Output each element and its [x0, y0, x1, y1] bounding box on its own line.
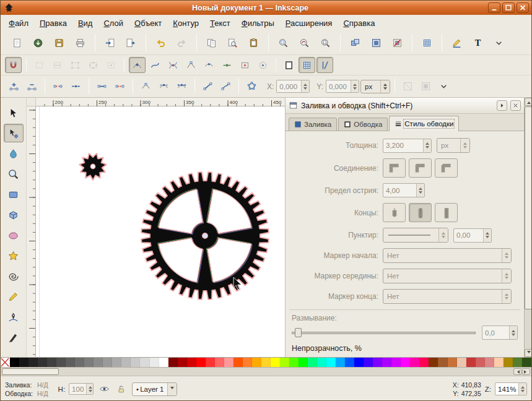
node-toolbar-expander[interactable]	[435, 79, 452, 95]
palette-swatch[interactable]	[504, 358, 513, 367]
palette-swatch[interactable]	[140, 358, 149, 367]
cap-round-button[interactable]	[409, 203, 432, 222]
palette-swatch[interactable]	[326, 358, 336, 367]
menu-object[interactable]: Объект	[129, 16, 167, 30]
open-document[interactable]	[28, 33, 48, 52]
marker-start-combo[interactable]: Нет	[383, 248, 512, 263]
menu-filters[interactable]: Фильтры	[236, 16, 280, 30]
snap-object-centers[interactable]	[237, 57, 253, 73]
palette-swatch[interactable]	[38, 358, 47, 367]
blur-spinner[interactable]	[509, 326, 517, 339]
paste[interactable]	[244, 33, 263, 52]
canvas[interactable]	[36, 106, 285, 357]
palette-swatch[interactable]	[243, 358, 252, 367]
miter-limit-entry[interactable]: 4,00	[383, 183, 425, 197]
pencil-tool[interactable]	[4, 287, 24, 306]
horizontal-scrollbar-thumb[interactable]	[2, 368, 59, 375]
palette-swatch[interactable]	[252, 358, 261, 367]
canvas-vertical-scrollbar[interactable]	[524, 98, 532, 357]
edit-clipping-path[interactable]	[399, 79, 416, 95]
palette-swatch[interactable]	[56, 358, 66, 367]
palette-swatch[interactable]	[261, 358, 271, 367]
palette-swatch[interactable]	[419, 358, 429, 367]
node-tool[interactable]	[4, 124, 24, 142]
palette-swatch[interactable]	[448, 358, 457, 367]
join-path[interactable]	[68, 79, 84, 95]
cap-butt-button[interactable]	[383, 203, 406, 222]
palette-swatch[interactable]	[215, 358, 224, 367]
palette-swatch[interactable]	[150, 358, 159, 367]
palette-swatch[interactable]	[308, 358, 317, 367]
tweak-tool[interactable]	[4, 144, 24, 163]
make-node-symmetric[interactable]	[173, 79, 190, 95]
palette-swatch[interactable]	[317, 358, 326, 367]
minimize-button[interactable]	[488, 2, 500, 13]
save-document[interactable]	[50, 33, 69, 52]
zoom-spinner[interactable]	[518, 383, 526, 395]
make-node-corner[interactable]	[137, 79, 154, 95]
tab-stroke-style[interactable]: Стиль обводки	[389, 116, 459, 131]
blur-slider-track[interactable]	[292, 332, 476, 334]
duplicate[interactable]	[346, 33, 365, 52]
delete-node[interactable]	[24, 79, 40, 95]
enable-snapping[interactable]	[5, 57, 22, 73]
palette-swatch[interactable]	[112, 358, 121, 367]
redo[interactable]	[172, 33, 191, 52]
dash-offset-spinner[interactable]	[483, 229, 491, 242]
copy[interactable]	[202, 33, 221, 52]
stroke-width-spinner[interactable]	[423, 139, 431, 152]
undo[interactable]	[151, 33, 170, 52]
snap-bbox-corners[interactable]	[67, 57, 84, 73]
palette-swatch[interactable]	[280, 358, 289, 367]
cap-square-button[interactable]	[435, 203, 458, 222]
palette-swatch[interactable]	[494, 358, 504, 367]
pen-tool[interactable]	[4, 308, 24, 326]
palette-swatch[interactable]	[485, 358, 494, 367]
break-path[interactable]	[50, 79, 66, 95]
dialog-shade-button[interactable]	[497, 100, 507, 111]
palette-swatch[interactable]	[476, 358, 485, 367]
dash-pattern-combo[interactable]	[383, 228, 448, 243]
menu-edit[interactable]: Правка	[34, 16, 72, 30]
tab-fill[interactable]: Заливка	[289, 118, 337, 131]
snap-page-border[interactable]	[281, 57, 297, 73]
palette-swatch[interactable]	[121, 358, 131, 367]
object-to-path[interactable]	[243, 79, 260, 95]
palette-swatch[interactable]	[187, 358, 196, 367]
palette-swatch[interactable]	[438, 358, 447, 367]
small-gear[interactable]	[79, 153, 107, 180]
menu-help[interactable]: Справка	[338, 16, 380, 30]
palette-swatch[interactable]	[178, 358, 187, 367]
make-node-smooth[interactable]	[155, 79, 172, 95]
spiral-tool[interactable]	[4, 267, 24, 285]
palette-swatch[interactable]	[131, 358, 140, 367]
palette-swatch[interactable]	[410, 358, 419, 367]
menu-file[interactable]: Файл	[3, 16, 34, 30]
snap-bbox-centers[interactable]	[103, 57, 120, 73]
palette-swatch[interactable]	[159, 358, 168, 367]
palette-swatch[interactable]	[103, 358, 112, 367]
palette-swatch[interactable]	[364, 358, 373, 367]
find[interactable]	[223, 33, 242, 52]
menu-text[interactable]: Текст	[204, 16, 236, 30]
zoom-page[interactable]	[316, 33, 335, 52]
snap-rotation-centers[interactable]	[255, 57, 271, 73]
unlink-clone[interactable]	[388, 33, 407, 52]
x-coordinate-entry[interactable]: 0,000	[276, 80, 310, 93]
palette-swatch[interactable]	[522, 358, 531, 367]
palette-swatch[interactable]	[345, 358, 354, 367]
join-bevel-button[interactable]	[435, 158, 458, 178]
xml-editor[interactable]	[417, 33, 437, 52]
palette-swatch[interactable]	[299, 358, 308, 367]
snap-to-paths[interactable]	[147, 57, 164, 73]
snap-nodes[interactable]	[129, 57, 146, 73]
scroll-right-button[interactable]	[522, 368, 530, 375]
snap-bbox-edges[interactable]	[49, 57, 66, 73]
palette-swatch[interactable]	[373, 358, 382, 367]
layer-lock-toggle[interactable]	[115, 382, 128, 396]
large-gear[interactable]	[141, 172, 269, 300]
palette-swatch[interactable]	[429, 358, 438, 367]
units-combo[interactable]: px	[360, 80, 390, 93]
insert-node[interactable]	[6, 79, 22, 95]
palette-swatch[interactable]	[66, 358, 75, 367]
